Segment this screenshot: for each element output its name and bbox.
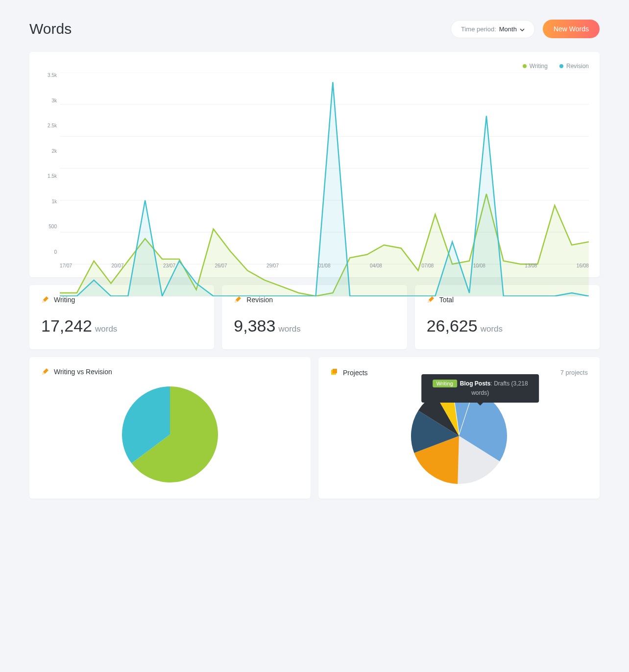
stat-label: Total (439, 296, 454, 304)
legend-revision[interactable]: Revision (559, 63, 589, 70)
pencil-icon (41, 296, 49, 304)
page-title: Words (29, 21, 72, 37)
card-title: Writing vs Revision (54, 368, 112, 376)
legend-dot-icon (523, 64, 527, 68)
stat-label: Revision (246, 296, 273, 304)
y-tick: 0 (40, 249, 57, 255)
stat-unit: words (278, 324, 300, 334)
header-controls: Time period: Month New Words (451, 20, 600, 38)
legend-label: Revision (566, 63, 589, 70)
stat-unit: words (481, 324, 503, 334)
tooltip-title: Blog Posts (460, 380, 491, 387)
stat-value: 9,383 (234, 316, 275, 335)
y-tick: 2k (40, 148, 57, 154)
x-tick: 04/08 (370, 263, 382, 268)
pencil-icon (234, 296, 242, 304)
stat-label: Writing (54, 296, 75, 304)
words-over-time-chart: Writing Revision 3.5k3k2.5k2k1.5k1k5000 … (29, 52, 600, 277)
y-tick: 1k (40, 199, 57, 204)
pencil-icon (427, 296, 435, 304)
y-tick: 3.5k (40, 72, 57, 78)
y-axis: 3.5k3k2.5k2k1.5k1k5000 (40, 72, 57, 255)
pencil-icon (41, 368, 49, 376)
legend-dot-icon (559, 64, 563, 68)
x-tick: 20/07 (111, 263, 123, 268)
time-period-select[interactable]: Time period: Month (451, 20, 535, 38)
y-tick: 2.5k (40, 123, 57, 128)
writing-vs-revision-card: Writing vs Revision (29, 357, 311, 499)
writing-vs-revision-pie (121, 385, 219, 483)
stat-unit: words (95, 324, 117, 334)
projects-card: Projects 7 projects WritingBlog Posts: D… (318, 357, 600, 499)
chart-legend: Writing Revision (40, 63, 589, 70)
pie-tooltip: WritingBlog Posts: Drafts (3,218 words) (421, 374, 539, 403)
time-period-label: Time period: (461, 25, 496, 33)
x-tick: 23/07 (163, 263, 175, 268)
x-tick: 01/08 (318, 263, 330, 268)
x-tick: 10/08 (473, 263, 485, 268)
x-tick: 13/08 (525, 263, 537, 268)
chevron-down-icon (520, 26, 525, 31)
projects-icon (330, 368, 338, 377)
tooltip-subtitle: : Drafts (491, 380, 511, 387)
x-axis: 17/0720/0723/0726/0729/0701/0804/0807/08… (60, 263, 589, 268)
x-tick: 17/07 (60, 263, 72, 268)
stat-value: 17,242 (41, 316, 92, 335)
x-tick: 16/08 (577, 263, 589, 268)
legend-label: Writing (530, 63, 548, 70)
projects-count: 7 projects (560, 369, 588, 376)
new-words-button[interactable]: New Words (543, 20, 600, 38)
y-tick: 1.5k (40, 173, 57, 179)
time-period-value: Month (499, 25, 517, 33)
y-tick: 3k (40, 98, 57, 103)
y-tick: 500 (40, 224, 57, 229)
card-title: Projects (343, 369, 368, 377)
x-tick: 29/07 (266, 263, 279, 268)
legend-writing[interactable]: Writing (523, 63, 548, 70)
tooltip-badge: Writing (433, 380, 457, 387)
stat-value: 26,625 (427, 316, 478, 335)
x-tick: 07/08 (421, 263, 434, 268)
x-tick: 26/07 (215, 263, 227, 268)
svg-rect-9 (333, 369, 337, 373)
